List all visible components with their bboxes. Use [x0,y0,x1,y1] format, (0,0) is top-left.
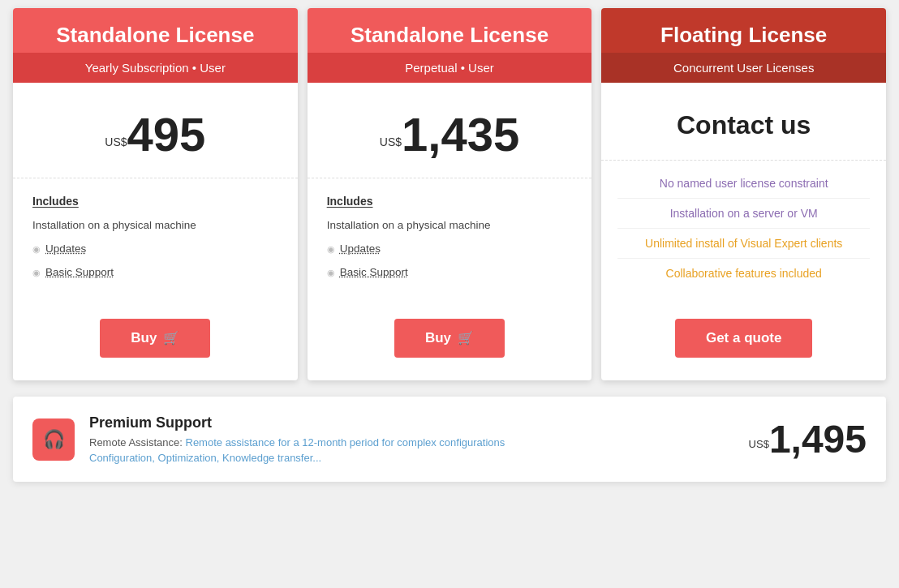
includes-label-1: Includes [32,195,278,208]
premium-title: Premium Support [89,414,725,431]
card-standalone-yearly: Standalone License Yearly Subscription •… [13,8,298,380]
feature-updates-2: ◉ Updates [327,242,573,255]
headset-icon: 🎧 [43,429,65,450]
buy-button-1[interactable]: Buy [100,319,210,358]
premium-config: Configuration, Optimization, Knowledge t… [89,452,725,464]
card-features-2: Includes Installation on a physical mach… [308,178,592,306]
premium-currency: US$ [749,438,769,450]
currency-2: US$ [380,135,402,148]
card-action-3: Get a quote [601,306,886,380]
feature-server: Installation on a server or VM [617,199,870,229]
cart-icon-1 [163,330,179,346]
premium-desc-link[interactable]: Remote assistance for a 12-month period … [186,436,505,449]
card-price-1: US$495 [13,83,298,178]
pricing-cards: Standalone License Yearly Subscription •… [8,8,891,380]
feature-updates-1: ◉ Updates [32,242,278,255]
card-header-2: Standalone License Perpetual • User [308,8,592,83]
feature-collaborative: Collaborative features included [617,259,870,288]
premium-support-section: 🎧 Premium Support Remote Assistance: Rem… [13,397,886,482]
premium-content: Premium Support Remote Assistance: Remot… [89,414,725,464]
card-subtitle-3: Concurrent User Licenses [601,53,886,83]
premium-amount: 1,495 [769,418,867,461]
premium-desc-prefix: Remote Assistance: [89,436,186,449]
feature-text: Installation on a physical machine [32,219,196,231]
card-features-3: No named user license constraint Install… [601,161,886,306]
premium-icon: 🎧 [32,418,75,461]
updates-link-1[interactable]: Updates [45,242,86,255]
card-subtitle-2: Perpetual • User [308,53,592,83]
card-price-3: Contact us [601,83,886,161]
card-title-2: Standalone License [308,8,592,53]
card-action-2: Buy [308,306,592,380]
support-link-1[interactable]: Basic Support [45,266,114,278]
card-title-3: Floating License [601,8,886,53]
feature-support-1: ◉ Basic Support [32,266,278,278]
feature-support-2: ◉ Basic Support [327,266,573,278]
card-standalone-perpetual: Standalone License Perpetual • User US$1… [308,8,592,380]
cart-icon-2 [458,330,474,346]
premium-price: US$1,495 [749,417,867,461]
premium-desc: Remote Assistance: Remote assistance for… [89,436,725,449]
amount-2: 1,435 [402,108,519,161]
currency-1: US$ [105,135,127,148]
buy-button-2[interactable]: Buy [394,319,505,358]
feature-unlimited: Unlimited install of Visual Expert clien… [617,229,870,259]
card-action-1: Buy [13,306,298,380]
card-subtitle-1: Yearly Subscription • User [13,53,298,83]
updates-link-2[interactable]: Updates [340,242,381,255]
card-title-1: Standalone License [13,8,298,53]
card-header-3: Floating License Concurrent User License… [601,8,886,83]
feature-named-user: No named user license constraint [617,169,870,199]
card-price-2: US$1,435 [308,83,592,178]
card-header-1: Standalone License Yearly Subscription •… [13,8,298,83]
get-quote-button[interactable]: Get a quote [675,319,813,358]
contact-text: Contact us [677,110,811,139]
card-features-1: Includes Installation on a physical mach… [13,178,298,306]
support-link-2[interactable]: Basic Support [340,266,408,278]
feature-physical-2: Installation on a physical machine [327,219,573,231]
card-floating: Floating License Concurrent User License… [601,8,886,380]
amount-1: 495 [127,108,206,161]
feature-text-2: Installation on a physical machine [327,219,491,231]
includes-label-2: Includes [327,195,573,208]
feature-physical-1: Installation on a physical machine [32,219,278,231]
